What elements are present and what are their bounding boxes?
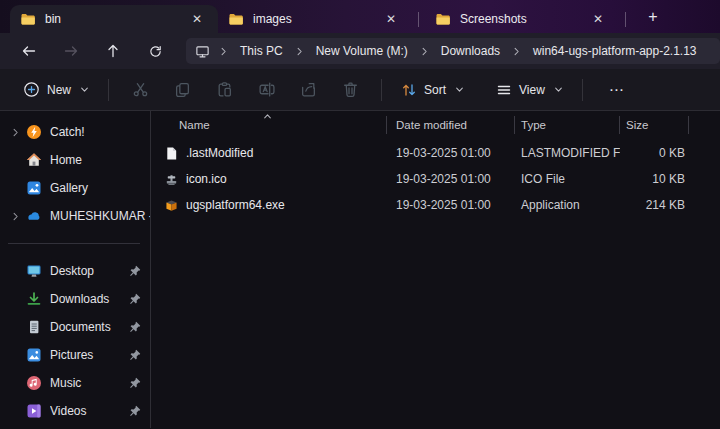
- close-tab-icon[interactable]: ✕: [186, 8, 208, 30]
- chevron-right-icon: [219, 47, 228, 56]
- pin-icon: [126, 321, 144, 333]
- forward-button[interactable]: [56, 37, 86, 65]
- tab-images[interactable]: images ✕: [218, 5, 412, 33]
- file-row[interactable]: ugsplatform64.exe 19-03-2025 01:00 Appli…: [151, 192, 720, 218]
- breadcrumb-this-pc[interactable]: This PC: [233, 42, 290, 60]
- pictures-icon: [25, 347, 42, 363]
- sort-button[interactable]: Sort: [392, 76, 473, 104]
- this-pc-icon: [195, 44, 210, 59]
- rename-button[interactable]: [245, 74, 287, 106]
- file-row[interactable]: icon.ico 19-03-2025 01:00 ICO File 10 KB: [151, 166, 720, 192]
- file-rows: .lastModified 19-03-2025 01:00 LASTMODIF…: [151, 140, 720, 218]
- tab-label: Screenshots: [460, 12, 578, 26]
- chevron-down-icon: [455, 85, 464, 94]
- tab-label: bin: [45, 12, 177, 26]
- sidebar-item-gallery[interactable]: Gallery: [0, 174, 150, 202]
- sidebar-item-music[interactable]: Music: [0, 369, 150, 397]
- file-date-modified: 19-03-2025 01:00: [387, 146, 515, 160]
- chevron-right-icon: [512, 47, 521, 56]
- tab-bar: bin ✕ images ✕ Screenshots ✕ +: [0, 0, 720, 33]
- toolbar-separator: [381, 79, 382, 101]
- plus-circle-icon: [23, 81, 40, 98]
- delete-button[interactable]: [329, 74, 371, 106]
- gallery-icon: [25, 180, 42, 196]
- file-name: .lastModified: [186, 146, 253, 160]
- sort-arrows-icon: [401, 82, 417, 98]
- close-tab-icon[interactable]: ✕: [380, 8, 402, 30]
- back-button[interactable]: [14, 37, 44, 65]
- sidebar-item-catch[interactable]: Catch!: [0, 118, 150, 146]
- music-icon: [25, 375, 42, 391]
- pin-icon: [126, 265, 144, 277]
- sidebar-item-onedrive[interactable]: MUHESHKUMAR - Per: [0, 202, 150, 230]
- new-tab-button[interactable]: +: [640, 5, 666, 29]
- tab-screenshots[interactable]: Screenshots ✕: [425, 5, 619, 33]
- see-more-button[interactable]: ⋯: [597, 75, 637, 105]
- sidebar-item-videos[interactable]: Videos: [0, 397, 150, 425]
- sidebar-item-home[interactable]: Home: [0, 146, 150, 174]
- pin-icon: [126, 293, 144, 305]
- column-headers: Name Date modified Type Size: [151, 113, 720, 137]
- sidebar-item-pictures[interactable]: Pictures: [0, 341, 150, 369]
- pin-icon: [126, 349, 144, 361]
- sidebar-item-label: Pictures: [50, 348, 126, 362]
- copy-button[interactable]: [161, 74, 203, 106]
- close-tab-icon[interactable]: ✕: [587, 8, 609, 30]
- view-button-label: View: [519, 83, 545, 97]
- file-row[interactable]: .lastModified 19-03-2025 01:00 LASTMODIF…: [151, 140, 720, 166]
- sidebar-item-downloads[interactable]: Downloads: [0, 285, 150, 313]
- sort-ascending-icon: [263, 112, 272, 121]
- paste-button[interactable]: [203, 74, 245, 106]
- tab-separator: [418, 12, 419, 27]
- column-header-size[interactable]: Size: [620, 116, 689, 134]
- tab-separator: [625, 12, 626, 27]
- cut-button[interactable]: [119, 74, 161, 106]
- file-date-modified: 19-03-2025 01:00: [387, 172, 515, 186]
- sidebar-separator: [8, 243, 140, 244]
- sidebar-item-label: Videos: [50, 404, 126, 418]
- chevron-right-icon[interactable]: [5, 128, 25, 137]
- home-icon: [25, 152, 42, 168]
- chevron-right-icon: [295, 47, 304, 56]
- ico-file-icon: [164, 172, 179, 187]
- sidebar-item-label: MUHESHKUMAR - Per: [50, 209, 150, 223]
- pin-icon: [126, 405, 144, 417]
- breadcrumb-new-volume[interactable]: New Volume (M:): [309, 42, 415, 60]
- file-date-modified: 19-03-2025 01:00: [387, 198, 515, 212]
- file-type: LASTMODIFIED File: [515, 146, 620, 160]
- refresh-button[interactable]: [140, 37, 170, 65]
- pin-icon: [126, 377, 144, 389]
- address-bar[interactable]: This PC New Volume (M:) Downloads win64-…: [186, 38, 720, 64]
- folder-icon: [435, 11, 451, 27]
- column-header-date-modified[interactable]: Date modified: [387, 116, 515, 134]
- chevron-right-icon[interactable]: [5, 212, 25, 221]
- toolbar-separator: [108, 79, 109, 101]
- exe-file-icon: [164, 198, 179, 213]
- breadcrumb-downloads[interactable]: Downloads: [434, 42, 507, 60]
- folder-icon: [228, 11, 244, 27]
- new-button[interactable]: New: [14, 75, 98, 104]
- column-header-type[interactable]: Type: [515, 116, 620, 134]
- breadcrumb-current-folder[interactable]: win64-ugs-platform-app-2.1.13: [526, 42, 703, 60]
- downloads-icon: [25, 291, 42, 307]
- file-size: 10 KB: [620, 172, 689, 186]
- file-size: 0 KB: [620, 146, 689, 160]
- sidebar-item-label: Documents: [50, 320, 126, 334]
- sidebar-item-desktop[interactable]: Desktop: [0, 257, 150, 285]
- file-size: 214 KB: [620, 198, 689, 212]
- documents-icon: [25, 319, 42, 335]
- onedrive-icon: [25, 208, 42, 225]
- view-button[interactable]: View: [487, 76, 572, 104]
- catch-icon: [25, 124, 42, 140]
- tab-bin[interactable]: bin ✕: [10, 5, 218, 33]
- sidebar: Catch! Home Gallery MUHESHKUMAR - Per: [0, 111, 150, 428]
- command-toolbar: New Sort View ⋯: [0, 69, 720, 111]
- chevron-right-icon: [420, 47, 429, 56]
- sidebar-item-documents[interactable]: Documents: [0, 313, 150, 341]
- share-button[interactable]: [287, 74, 329, 106]
- file-type: ICO File: [515, 172, 620, 186]
- up-button[interactable]: [98, 37, 128, 65]
- main-area: Catch! Home Gallery MUHESHKUMAR - Per: [0, 111, 720, 428]
- sidebar-item-label: Downloads: [50, 292, 126, 306]
- desktop-icon: [25, 263, 42, 279]
